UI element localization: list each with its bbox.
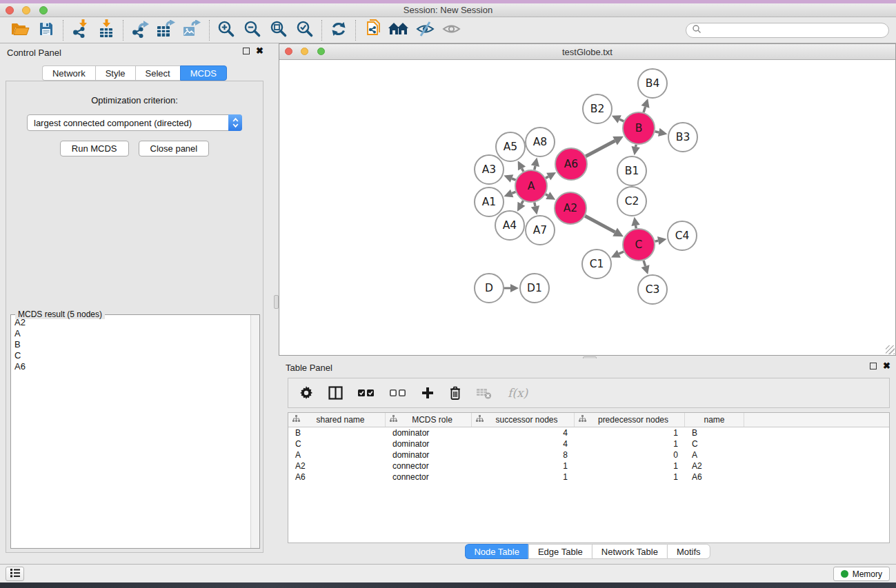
graph-edge-arrowhead: [641, 99, 650, 108]
export-network-button[interactable]: [127, 19, 153, 41]
graph-node-label: B1: [625, 165, 639, 177]
import-table-button[interactable]: [93, 19, 119, 41]
table-cell: C: [685, 439, 744, 449]
run-mcds-button[interactable]: Run MCDS: [60, 141, 129, 156]
export-image-icon: [183, 20, 202, 41]
search-icon: [692, 24, 701, 37]
hide-graphics-details-button[interactable]: [412, 19, 438, 41]
function-builder-icon[interactable]: f(x): [508, 386, 528, 400]
table-cell: dominator: [386, 439, 472, 449]
graph-edge-A-A8[interactable]: [535, 166, 535, 170]
search-input[interactable]: [701, 24, 888, 37]
zoom-out-button[interactable]: [239, 19, 266, 41]
tab-style[interactable]: Style: [95, 65, 135, 81]
home-view-button[interactable]: [386, 19, 412, 41]
deselect-all-icon[interactable]: [390, 389, 406, 397]
tab-mcds[interactable]: MCDS: [180, 65, 227, 81]
column-selector-icon[interactable]: [328, 386, 343, 400]
graph-edge-arrowhead: [531, 158, 539, 167]
memory-status-button[interactable]: Memory: [833, 567, 890, 581]
window-resize-grip[interactable]: [886, 345, 895, 354]
graph-node-label: A3: [482, 163, 496, 176]
close-panel-button[interactable]: Close panel: [139, 141, 210, 156]
graph-edge-A2-C[interactable]: [585, 216, 615, 232]
graph-edge-A-A5[interactable]: [522, 168, 524, 171]
table-row[interactable]: Bdominator41B: [288, 427, 889, 438]
graph-edge-A-A4[interactable]: [521, 201, 524, 204]
graph-edge-C-C2[interactable]: [636, 225, 637, 228]
graph-edge-B-B3[interactable]: [655, 132, 659, 132]
graph-edge-B-B4[interactable]: [644, 107, 646, 112]
import-network-button[interactable]: [67, 19, 93, 41]
graph-edge-C-C4[interactable]: [655, 241, 659, 241]
column-header-shared-name[interactable]: shared name: [288, 413, 386, 427]
task-history-button[interactable]: [6, 567, 24, 581]
tab-motifs[interactable]: Motifs: [667, 544, 710, 559]
tab-network-table[interactable]: Network Table: [592, 544, 667, 559]
table-row[interactable]: Adominator80A: [288, 449, 889, 460]
table-row[interactable]: A6connector11A6: [288, 472, 889, 483]
result-item[interactable]: A2: [12, 317, 250, 328]
tab-network[interactable]: Network: [42, 65, 95, 81]
graph-node-label: A5: [504, 141, 517, 153]
float-panel-icon[interactable]: [870, 363, 877, 369]
table-row[interactable]: A2connector11A2: [288, 460, 889, 472]
create-network-view-button[interactable]: [359, 19, 386, 41]
graph-edge-A-A3[interactable]: [512, 179, 516, 180]
refresh-view-button[interactable]: [326, 19, 352, 41]
result-item[interactable]: B: [12, 339, 250, 350]
table-row[interactable]: Cdominator41C: [288, 438, 889, 449]
table-tabs: Node TableEdge TableNetwork TableMotifs: [464, 544, 710, 559]
table-cell: 1: [575, 428, 685, 438]
zoom-selected-button[interactable]: [292, 19, 318, 41]
result-item[interactable]: A: [12, 328, 250, 339]
settings-gear-icon[interactable]: [299, 386, 313, 400]
vertical-splitter-handle[interactable]: [274, 295, 279, 309]
zoom-fit-button[interactable]: [266, 19, 292, 41]
column-header-name[interactable]: name: [685, 413, 744, 427]
create-column-icon[interactable]: [421, 387, 434, 399]
result-item[interactable]: A6: [12, 361, 250, 372]
tab-select[interactable]: Select: [135, 65, 180, 81]
list-icon: [10, 568, 21, 580]
criterion-dropdown[interactable]: largest connected component (directed): [27, 114, 242, 131]
network-canvas[interactable]: B4B2BB3A5A8A6B1A3AC2A1A2A4A7C4CC1DD1C3: [279, 61, 895, 355]
table-panel-title: Table Panel: [286, 363, 332, 373]
network-window-titlebar[interactable]: testGlobe.txt: [279, 44, 895, 60]
column-header-predecessor-nodes[interactable]: predecessor nodes: [575, 413, 685, 427]
graph-edge-A-A6[interactable]: [546, 176, 548, 178]
close-panel-icon[interactable]: ✖: [256, 48, 263, 54]
export-table-button[interactable]: [153, 19, 179, 41]
close-panel-icon[interactable]: ✖: [883, 363, 890, 369]
graph-edge-A-A2[interactable]: [546, 194, 548, 196]
graph-node-label: C2: [625, 195, 639, 207]
search-field[interactable]: [686, 23, 889, 38]
delete-columns-icon[interactable]: [449, 386, 461, 401]
column-header-MCDS-role[interactable]: MCDS role: [386, 413, 472, 427]
table-cell: A6: [288, 472, 386, 482]
graph-edge-A-A7[interactable]: [535, 203, 535, 207]
graph-edge-C-C1[interactable]: [619, 252, 624, 254]
graph-edge-C-C3[interactable]: [644, 261, 646, 266]
export-image-button[interactable]: [179, 19, 206, 41]
tab-edge-table[interactable]: Edge Table: [528, 544, 592, 559]
zoom-in-button[interactable]: [213, 19, 239, 41]
show-graphics-details-button[interactable]: [438, 19, 464, 41]
result-item[interactable]: C: [12, 350, 250, 361]
graph-edge-A6-B[interactable]: [586, 141, 615, 156]
delete-table-icon[interactable]: [477, 387, 492, 400]
select-all-icon[interactable]: [358, 389, 375, 397]
save-session-button[interactable]: [33, 19, 59, 41]
app-title: Session: New Session: [0, 5, 896, 15]
graph-edge-A-A1[interactable]: [512, 192, 515, 193]
result-scrollbar[interactable]: [250, 315, 259, 548]
tab-node-table[interactable]: Node Table: [464, 544, 528, 559]
graph-edge-B-B2[interactable]: [619, 119, 624, 121]
column-header-label: MCDS role: [397, 415, 467, 425]
column-header-successor-nodes[interactable]: successor nodes: [472, 413, 575, 427]
graph-edge-B-B1[interactable]: [636, 145, 637, 147]
open-file-button[interactable]: [7, 19, 33, 41]
float-panel-icon[interactable]: [243, 48, 250, 54]
control-panel-title: Control Panel: [7, 48, 61, 58]
table-cell: 8: [472, 450, 575, 460]
